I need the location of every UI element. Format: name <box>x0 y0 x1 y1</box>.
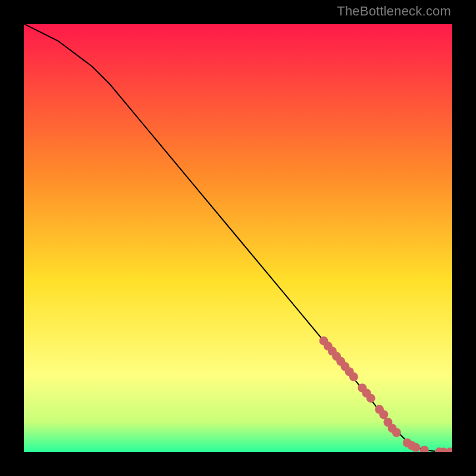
data-point <box>392 428 401 437</box>
plot-area <box>24 24 452 452</box>
attribution-label: TheBottleneck.com <box>337 4 451 19</box>
data-point <box>349 372 358 381</box>
chart-frame: TheBottleneck.com <box>0 0 476 476</box>
data-point <box>379 410 388 419</box>
data-point <box>411 443 420 452</box>
data-point <box>367 394 375 403</box>
plot-svg <box>24 24 452 452</box>
